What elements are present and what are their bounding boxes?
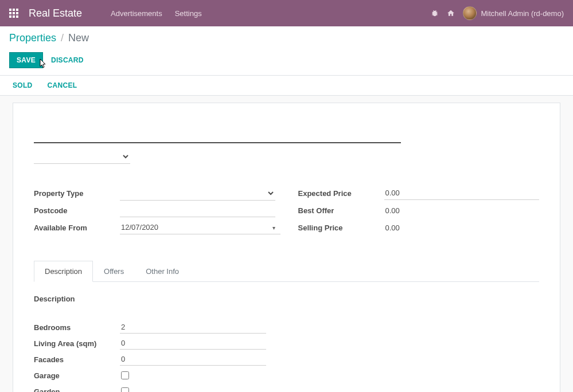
best-offer-label: Best Offer xyxy=(298,206,384,215)
postcode-input[interactable] xyxy=(120,203,275,217)
facades-input[interactable] xyxy=(120,353,266,366)
selling-price-value: 0.00 xyxy=(384,221,540,234)
bedrooms-input[interactable] xyxy=(120,321,266,334)
bedrooms-label: Bedrooms xyxy=(34,323,120,332)
available-from-input[interactable] xyxy=(120,221,280,234)
expected-price-label: Expected Price xyxy=(298,189,384,198)
tabs: Description Offers Other Info xyxy=(34,260,539,282)
breadcrumb-root[interactable]: Properties xyxy=(9,32,56,44)
nav-advertisements[interactable]: Advertisements xyxy=(111,9,162,18)
expected-price-input[interactable] xyxy=(384,186,540,200)
postcode-label: Postcode xyxy=(34,206,120,215)
tags-select[interactable] xyxy=(34,149,130,164)
chevron-down-icon[interactable]: ▾ xyxy=(272,225,275,231)
cancel-button[interactable]: CANCEL xyxy=(48,81,77,89)
best-offer-value: 0.00 xyxy=(384,204,540,217)
title-input[interactable] xyxy=(34,117,401,143)
tab-offers[interactable]: Offers xyxy=(93,261,135,282)
control-bar: Properties / New SAVE DISCARD xyxy=(0,26,573,76)
sold-button[interactable]: SOLD xyxy=(13,81,33,89)
garden-label: Garden xyxy=(34,387,120,393)
tab-other-info[interactable]: Other Info xyxy=(135,261,190,282)
cursor-pointer-icon xyxy=(38,58,48,71)
user-name: Mitchell Admin (rd-demo) xyxy=(481,9,564,18)
property-type-label: Property Type xyxy=(34,189,120,198)
facades-label: Facades xyxy=(34,355,120,364)
available-from-label: Available From xyxy=(34,224,120,232)
nav-settings[interactable]: Settings xyxy=(175,9,202,18)
status-bar: SOLD CANCEL xyxy=(0,76,573,96)
tab-description[interactable]: Description xyxy=(34,261,93,282)
avatar xyxy=(463,6,477,20)
top-nav: Advertisements Settings xyxy=(111,9,202,18)
section-title-description: Description xyxy=(34,295,539,303)
breadcrumb: Properties / New xyxy=(9,32,564,52)
garden-checkbox[interactable] xyxy=(121,387,129,392)
debug-icon[interactable] xyxy=(431,9,439,17)
garage-checkbox[interactable] xyxy=(121,371,129,379)
save-button-label: SAVE xyxy=(17,56,36,64)
selling-price-label: Selling Price xyxy=(298,224,384,232)
living-area-label: Living Area (sqm) xyxy=(34,339,120,348)
discard-button[interactable]: DISCARD xyxy=(51,56,84,64)
breadcrumb-sep: / xyxy=(61,32,64,44)
form-sheet: Property Type Postcode Available From ▾ xyxy=(13,103,560,392)
apps-icon[interactable] xyxy=(9,9,18,18)
home-icon[interactable] xyxy=(447,9,455,17)
garage-label: Garage xyxy=(34,371,120,380)
user-menu[interactable]: Mitchell Admin (rd-demo) xyxy=(463,6,564,20)
breadcrumb-current: New xyxy=(68,32,89,44)
topbar: Real Estate Advertisements Settings Mitc… xyxy=(0,0,573,26)
property-type-select[interactable] xyxy=(120,186,275,201)
living-area-input[interactable] xyxy=(120,337,266,350)
save-button[interactable]: SAVE xyxy=(9,52,43,68)
app-title: Real Estate xyxy=(29,7,82,19)
tab-body-description: Description Bedrooms Living Area (sqm) F… xyxy=(34,282,539,392)
